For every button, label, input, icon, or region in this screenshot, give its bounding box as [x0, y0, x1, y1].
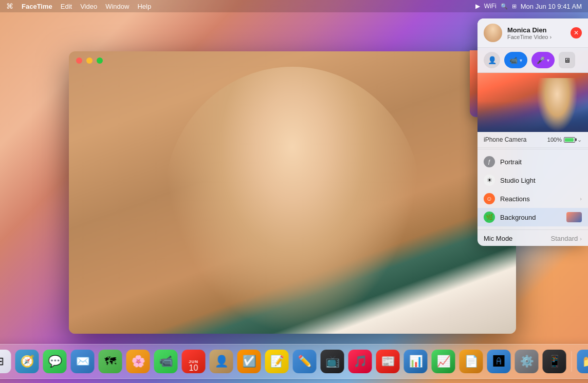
dock-icon-numbers[interactable]: 📈 [431, 349, 456, 374]
music-icon: 🎵 [348, 350, 372, 373]
person-icon: 👤 [488, 56, 497, 64]
menubar-video[interactable]: Video [80, 3, 97, 10]
studio-light-label: Studio Light [500, 177, 582, 184]
mic-icon: 🎤 [537, 56, 545, 64]
avatar [484, 24, 502, 42]
dock-icon-mail[interactable]: ✉️ [70, 349, 96, 374]
pages-glyph: 📄 [464, 355, 478, 368]
launchpad-glyph: ⊞ [0, 355, 4, 368]
mail-icon: ✉️ [71, 350, 95, 373]
dock-icon-facetime[interactable]: 📹 [153, 349, 179, 374]
news-icon: 📰 [376, 350, 400, 373]
dock-icon-news[interactable]: 📰 [375, 349, 401, 374]
minimize-button[interactable] [86, 58, 93, 64]
battery-fill [565, 138, 574, 142]
reactions-menu-item[interactable]: ☺ Reactions › [477, 189, 588, 208]
dock-icon-safari[interactable]: 🧭 [14, 349, 40, 374]
launchpad-icon: ⊞ [0, 350, 11, 373]
battery-tip [575, 139, 577, 141]
menubar-edit[interactable]: Edit [61, 3, 72, 10]
dock-icon-freeform[interactable]: ✏️ [292, 349, 318, 374]
reminders-glyph: ☑️ [242, 355, 256, 368]
freeform-icon: ✏️ [293, 350, 317, 373]
photos-glyph: 🌸 [131, 355, 145, 368]
dock-icon-appletv[interactable]: 📺 [320, 349, 345, 374]
dock-icon-contacts[interactable]: 👤 [209, 349, 234, 374]
safari-icon: 🧭 [15, 350, 39, 373]
apple-menu[interactable]: ⌘ [6, 2, 13, 10]
numbers-glyph: 📈 [436, 355, 450, 368]
settings-glyph: ⚙️ [520, 355, 534, 368]
camera-source-row[interactable]: iPhone Camera 100% ⌄ [477, 132, 588, 148]
menubar: ⌘ FaceTime Edit Video Window Help ▶ WiFi… [0, 0, 588, 12]
dock-icon-iphone[interactable]: 📱 [542, 349, 567, 374]
dock-icon-settings[interactable]: ⚙️ [514, 349, 540, 374]
person-button[interactable]: 👤 [484, 52, 500, 68]
mic-mode-label: Mic Mode [484, 235, 551, 242]
maps-glyph: 🗺 [105, 355, 116, 368]
mic-mode-chevron: › [580, 236, 582, 242]
dock-icon-messages[interactable]: 💬 [42, 349, 68, 374]
messages-glyph: 💬 [48, 355, 62, 368]
menubar-app-name[interactable]: FaceTime [22, 3, 52, 10]
search-icon[interactable]: 🔍 [501, 3, 508, 10]
control-panel: Monica Dien FaceTime Video › ✕ 👤 📹 ▾ 🎤 ▾… [477, 18, 588, 246]
menubar-datetime: Mon Jun 10 9:41 AM [521, 3, 582, 10]
dock-icon-music[interactable]: 🎵 [347, 349, 373, 374]
background-menu-item[interactable]: 🌿 Background [477, 208, 588, 226]
portrait-icon: ƒ [484, 156, 495, 167]
avatar-image [484, 24, 502, 42]
contact-name: Monica Dien [507, 26, 571, 34]
background-thumbnail [566, 212, 582, 222]
appletv-icon: 📺 [321, 350, 344, 373]
photos-icon: 🌸 [126, 350, 150, 373]
control-center-icon[interactable]: ⊞ [512, 3, 517, 10]
appstore-icon: 🅰 [487, 350, 511, 373]
music-glyph: 🎵 [353, 355, 367, 368]
keynote-glyph: 📊 [409, 355, 422, 368]
dock-icon-keynote[interactable]: 📊 [403, 349, 429, 374]
menubar-window[interactable]: Window [105, 3, 129, 10]
fullscreen-button[interactable] [97, 58, 103, 64]
dock-icon-notes[interactable]: 📝 [264, 349, 290, 374]
news-glyph: 📰 [381, 355, 395, 368]
numbers-icon: 📈 [432, 350, 455, 373]
dock-icon-folder[interactable]: 📁 [576, 349, 589, 374]
reactions-chevron: › [580, 196, 582, 202]
dock-icon-photos[interactable]: 🌸 [125, 349, 151, 374]
dock-icon-reminders[interactable]: ☑️ [236, 349, 262, 374]
calendar-day: 10 [189, 364, 198, 372]
reminders-icon: ☑️ [237, 350, 261, 373]
menubar-right: ▶ WiFi 🔍 ⊞ Mon Jun 10 9:41 AM [475, 3, 582, 10]
call-type: FaceTime Video › [507, 34, 571, 40]
dock-icon-calendar[interactable]: JUN 10 [181, 349, 207, 374]
keynote-icon: 📊 [404, 350, 428, 373]
wifi-icon: ▶ [475, 3, 480, 10]
reactions-glyph: ☺ [486, 195, 492, 202]
camera-row-chevron: ⌄ [577, 137, 582, 143]
close-button[interactable] [76, 58, 82, 64]
mic-mode-row[interactable]: Mic Mode Standard › [477, 231, 588, 246]
studio-light-icon: ☀ [484, 175, 495, 186]
dock: ⊞ 🧭 💬 ✉️ 🗺 🌸 📹 JUN 10 [0, 344, 588, 379]
dock-icon-launchpad[interactable]: ⊞ [0, 349, 12, 374]
maps-icon: 🗺 [99, 350, 122, 373]
dock-icon-appstore[interactable]: 🅰 [486, 349, 512, 374]
panel-menu: ƒ Portrait ☀ Studio Light ☺ Reactions › … [477, 150, 588, 228]
camera-label: iPhone Camera [484, 136, 547, 143]
close-call-button[interactable]: ✕ [571, 27, 582, 39]
video-button[interactable]: 📹 ▾ [504, 52, 527, 68]
preview-person [537, 78, 578, 132]
mic-chevron: ▾ [547, 58, 549, 63]
notes-icon: 📝 [265, 350, 289, 373]
mail-glyph: ✉️ [76, 355, 89, 368]
studio-light-menu-item[interactable]: ☀ Studio Light [477, 171, 588, 189]
portrait-menu-item[interactable]: ƒ Portrait [477, 152, 588, 171]
video-preview [477, 73, 588, 132]
menubar-help[interactable]: Help [137, 3, 151, 10]
dock-icon-maps[interactable]: 🗺 [98, 349, 123, 374]
mic-button[interactable]: 🎤 ▾ [531, 52, 555, 68]
studio-light-glyph: ☀ [487, 177, 492, 184]
screen-share-button[interactable]: 🖥 [559, 52, 575, 68]
dock-icon-pages[interactable]: 📄 [458, 349, 484, 374]
